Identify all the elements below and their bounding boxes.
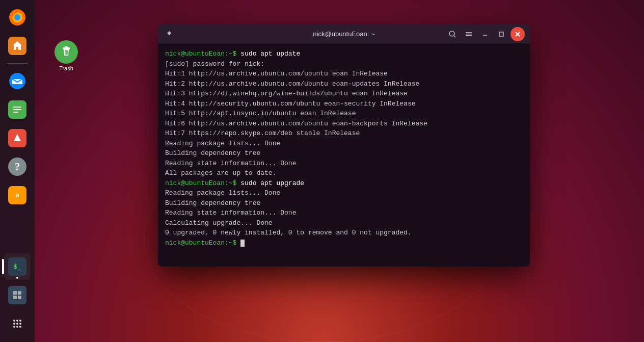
- svg-rect-33: [466, 35, 472, 36]
- svg-rect-8: [18, 291, 21, 295]
- svg-rect-10: [18, 296, 21, 299]
- taskbar-divider-1: [7, 63, 28, 64]
- terminal-line-4: Hit:2 http://us.archive.ubuntu.com/ubunt…: [165, 79, 523, 89]
- terminal-line-8: Hit:6 http://us.archive.ubuntu.com/ubunt…: [165, 119, 523, 129]
- terminal-line-6: Hit:4 http://security.ubuntu.com/ubuntu …: [165, 99, 523, 109]
- svg-point-12: [16, 320, 18, 322]
- svg-rect-4: [13, 107, 21, 108]
- terminal-line-17: Reading state information... Done: [165, 208, 523, 218]
- terminal-line-13: All packages are up to date.: [165, 168, 523, 178]
- cursor: [240, 240, 245, 247]
- taskbar-item-firefox[interactable]: [4, 4, 31, 31]
- close-button[interactable]: [511, 27, 525, 41]
- apps-icon: [8, 314, 26, 333]
- menu-button[interactable]: [462, 27, 476, 41]
- terminal-line-18: Calculating upgrade... Done: [165, 218, 523, 228]
- svg-point-16: [19, 323, 21, 325]
- desktop-icon-trash[interactable]: Trash: [46, 38, 87, 73]
- taskbar-item-thunderbird[interactable]: [4, 68, 31, 94]
- svg-point-18: [16, 326, 18, 328]
- terminal-line-19: 0 upgraded, 0 newly installed, 0 to remo…: [165, 228, 523, 238]
- terminal-window: nick@ubuntuEoan: ~: [158, 24, 530, 267]
- help-icon: ?: [8, 157, 26, 176]
- home-icon: [8, 37, 26, 55]
- minimize-button[interactable]: [478, 27, 492, 41]
- taskbar-item-amazon[interactable]: a: [4, 182, 31, 208]
- prompt-3: nick@ubuntuEoan:~$: [165, 239, 236, 247]
- terminal-body[interactable]: nick@ubuntuEoan:~$ sudo apt update [sudo…: [158, 44, 530, 267]
- svg-point-13: [19, 320, 21, 322]
- taskbar-item-files[interactable]: [4, 96, 31, 123]
- terminal-line-2: [sudo] password for nick:: [165, 59, 523, 69]
- thunderbird-icon: [8, 72, 26, 90]
- svg-rect-6: [13, 112, 18, 113]
- svg-point-17: [13, 326, 15, 328]
- taskbar-item-home[interactable]: [4, 33, 31, 59]
- terminal-line-16: Building dependency tree: [165, 198, 523, 208]
- svg-rect-24: [63, 48, 70, 49]
- svg-rect-7: [13, 291, 17, 295]
- files-icon: [8, 100, 26, 119]
- terminal-line-3: Hit:1 http://us.archive.ubuntu.com/ubunt…: [165, 69, 523, 79]
- svg-point-14: [13, 323, 15, 325]
- running-indicator: [16, 277, 18, 279]
- svg-rect-32: [466, 34, 472, 35]
- taskbar-item-appstore[interactable]: [4, 125, 31, 151]
- terminal-line-9: Hit:7 https://repo.skype.com/deb stable …: [165, 128, 523, 139]
- taskbar: ? a $_: [0, 0, 35, 342]
- firefox-icon: [8, 8, 26, 27]
- svg-point-19: [19, 326, 21, 328]
- svg-rect-5: [13, 109, 21, 110]
- taskbar-item-apps[interactable]: [4, 310, 31, 337]
- svg-point-29: [449, 31, 454, 36]
- trash-icon: [54, 40, 78, 64]
- taskbar-item-terminal[interactable]: $_: [4, 253, 31, 280]
- terminal-titlebar: nick@ubuntuEoan: ~: [158, 24, 530, 44]
- cmd-3: [236, 239, 240, 247]
- svg-point-11: [13, 320, 15, 322]
- cmd-2: sudo apt upgrade: [236, 179, 304, 187]
- pin-icon[interactable]: [163, 29, 173, 39]
- terminal-line-20: nick@ubuntuEoan:~$: [165, 238, 523, 248]
- svg-rect-35: [499, 32, 503, 36]
- terminal-line-12: Reading state information... Done: [165, 159, 523, 169]
- terminal-title: nick@ubuntuEoan: ~: [313, 30, 374, 38]
- prompt-1: nick@ubuntuEoan:~$: [165, 50, 236, 58]
- taskbar-item-manager[interactable]: [4, 282, 31, 308]
- terminal-line-11: Building dependency tree: [165, 148, 523, 159]
- terminal-line-1: nick@ubuntuEoan:~$ sudo apt update: [165, 49, 523, 59]
- taskbar-bottom: $_: [0, 253, 35, 337]
- svg-line-30: [454, 36, 455, 37]
- svg-point-15: [16, 323, 18, 325]
- amazon-icon: a: [8, 186, 26, 204]
- svg-point-2: [14, 14, 20, 20]
- maximize-button[interactable]: [494, 27, 508, 41]
- trash-label: Trash: [59, 65, 73, 71]
- svg-rect-25: [65, 47, 68, 48]
- terminal-line-5: Hit:3 https://dl.winehq.org/wine-builds/…: [165, 89, 523, 99]
- taskbar-item-help[interactable]: ?: [4, 153, 31, 180]
- search-button[interactable]: [445, 27, 460, 41]
- terminal-line-10: Reading package lists... Done: [165, 139, 523, 149]
- titlebar-left: [163, 29, 173, 39]
- appstore-icon: [8, 129, 26, 147]
- cmd-1: sudo apt update: [236, 50, 300, 58]
- manager-icon: [8, 286, 26, 304]
- terminal-line-7: Hit:5 http://apt.insync.io/ubuntu eoan I…: [165, 109, 523, 119]
- titlebar-right: [445, 27, 525, 41]
- prompt-2: nick@ubuntuEoan:~$: [165, 179, 236, 187]
- terminal-icon: $_: [8, 257, 26, 276]
- terminal-line-14: nick@ubuntuEoan:~$ sudo apt upgrade: [165, 178, 523, 189]
- svg-rect-31: [466, 32, 472, 33]
- svg-rect-9: [13, 296, 17, 299]
- terminal-line-15: Reading package lists... Done: [165, 188, 523, 198]
